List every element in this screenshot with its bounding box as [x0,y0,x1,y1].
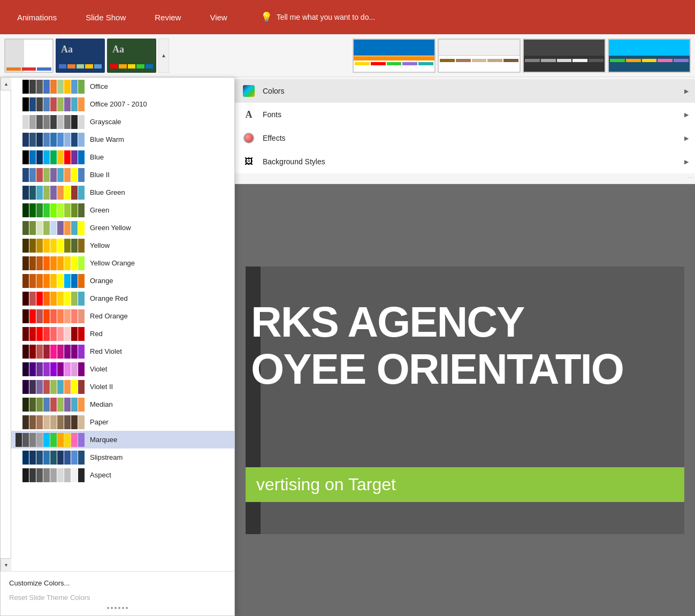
swatch [57,221,64,235]
swatch [29,203,36,217]
theme-bar: Aa Aa ▲ [0,34,695,77]
swatch [43,221,50,235]
swatch [64,80,71,94]
variant-thumb-1[interactable] [353,39,436,73]
color-theme-item-1[interactable]: Office 2007 - 2010 [11,95,234,113]
color-theme-item-10[interactable]: Yellow Orange [11,254,234,272]
color-theme-item-13[interactable]: Red Orange [11,307,234,325]
colors-menu-item[interactable]: Colors ▶ [235,79,695,103]
color-theme-item-19[interactable]: Paper [11,413,234,431]
swatch [57,433,64,447]
color-theme-item-22[interactable]: Aspect [11,466,234,484]
color-theme-item-20[interactable]: Marquee [11,431,234,448]
swatch [36,451,43,465]
variant-thumb-2[interactable] [438,39,521,73]
background-styles-menu-item[interactable]: 🖼 Background Styles ▶ [235,150,695,173]
swatch [57,274,64,288]
swatch [50,256,57,270]
swatch [22,433,29,447]
tell-me-bar[interactable]: 💡 Tell me what you want to do... [261,11,375,23]
color-dropdown-panel: ▲ ▼ OfficeOffice 2007 - 2010GrayscaleBlu… [0,77,235,616]
fonts-menu-item[interactable]: A Fonts ▶ [235,103,695,126]
color-theme-item-7[interactable]: Green [11,201,234,219]
swatch [78,115,85,129]
panel-resize-handle[interactable]: ⋯ [688,174,693,180]
color-theme-item-0[interactable]: Office [11,78,234,95]
color-theme-item-18[interactable]: Median [11,396,234,413]
theme-scroll-up[interactable]: ▲ [158,39,169,73]
swatch [22,80,29,94]
color-theme-item-4[interactable]: Blue [11,148,234,166]
color-theme-item-3[interactable]: Blue Warm [11,131,234,148]
swatch [71,415,78,429]
theme-thumb-2[interactable]: Aa [56,39,105,73]
swatch [50,168,57,182]
swatch-group-13 [16,309,85,323]
effects-menu-item[interactable]: Effects ▶ [235,126,695,150]
color-theme-label-6: Blue Green [90,188,125,196]
swatch [29,133,36,147]
swatch [71,168,78,182]
slide-preview: RKS AGENCY OYEE ORIENTATIO vertising on … [246,267,684,534]
swatch [64,221,71,235]
swatch [71,345,78,359]
swatch [64,345,71,359]
color-theme-item-16[interactable]: Violet [11,360,234,378]
color-theme-item-2[interactable]: Grayscale [11,113,234,131]
swatch [43,168,50,182]
swatch [57,327,64,341]
swatch [22,274,29,288]
variant-thumb-3[interactable] [523,39,606,73]
tab-view[interactable]: View [203,9,233,26]
lightbulb-icon: 💡 [261,11,272,23]
swatch [29,327,36,341]
variant-panel: Colors ▶ A Fonts ▶ Effects ▶ 🖼 Backgroun… [235,77,695,184]
tab-slide-show[interactable]: Slide Show [79,9,132,26]
swatch [22,186,29,200]
swatch [57,415,64,429]
swatch [36,80,43,94]
color-theme-item-15[interactable]: Red Violet [11,343,234,360]
theme-thumb-3[interactable]: Aa [107,39,156,73]
swatch [43,327,50,341]
swatch [22,203,29,217]
color-theme-item-6[interactable]: Blue Green [11,184,234,201]
scroll-up-button[interactable]: ▲ [1,78,11,90]
swatch [57,362,64,376]
color-theme-item-12[interactable]: Orange Red [11,290,234,307]
color-theme-item-5[interactable]: Blue II [11,166,234,184]
color-theme-item-17[interactable]: Violet II [11,378,234,396]
swatch [36,274,43,288]
color-theme-item-9[interactable]: Yellow [11,237,234,254]
swatch [71,362,78,376]
swatch-group-20 [16,433,85,447]
swatch-group-5 [16,168,85,182]
swatch [78,398,85,412]
swatch [57,398,64,412]
swatch [50,292,57,306]
theme-thumb-1[interactable] [4,39,54,73]
color-theme-item-8[interactable]: Green Yellow [11,219,234,237]
swatch [43,115,50,129]
tab-animations[interactable]: Animations [11,9,63,26]
swatch [71,274,78,288]
scroll-down-button[interactable]: ▼ [1,558,11,571]
color-theme-item-14[interactable]: Red [11,325,234,343]
swatch [22,256,29,270]
color-theme-label-14: Red [90,330,103,338]
slide-main-text: RKS AGENCY OYEE ORIENTATIO [251,299,623,393]
variant-thumb-4[interactable] [608,39,691,73]
swatch [36,362,43,376]
tab-review[interactable]: Review [148,9,187,26]
swatch [16,256,22,270]
color-theme-label-18: Median [90,400,113,408]
customize-colors-button[interactable]: Customize Colors... [7,576,228,590]
resize-handle [7,605,228,611]
reset-slide-colors-button[interactable]: Reset Slide Theme Colors [7,590,228,605]
color-theme-item-11[interactable]: Orange [11,272,234,290]
color-theme-item-21[interactable]: Slipstream [11,448,234,466]
swatch [36,345,43,359]
swatch-group-14 [16,327,85,341]
effects-icon [241,131,256,146]
swatch [64,115,71,129]
